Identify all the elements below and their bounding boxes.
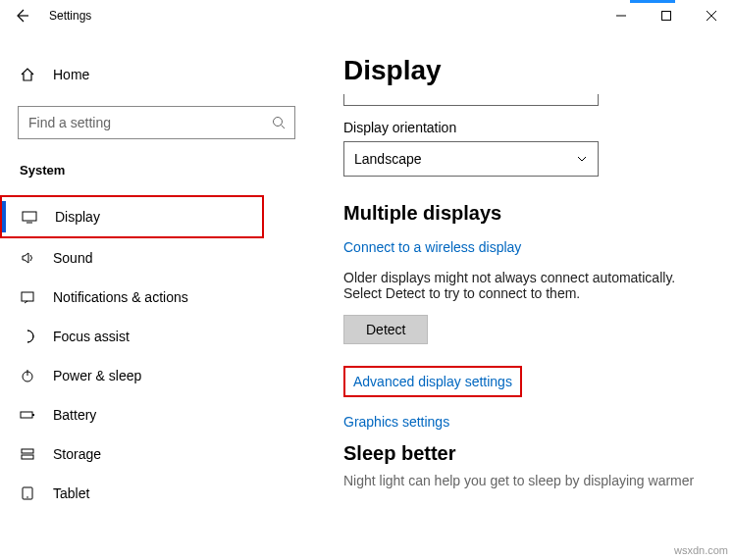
focus-icon [20, 329, 35, 344]
main-pane: Display Display orientation Landscape Mu… [314, 31, 734, 560]
sidebar-item-sound[interactable]: Sound [0, 238, 313, 278]
notifications-icon [20, 289, 35, 305]
advanced-display-link[interactable]: Advanced display settings [353, 374, 512, 389]
svg-point-17 [26, 496, 28, 498]
watermark: wsxdn.com [674, 544, 728, 556]
back-button[interactable] [14, 8, 29, 24]
sidebar-item-notifications[interactable]: Notifications & actions [0, 278, 313, 317]
display-icon [22, 209, 37, 225]
preview-box-bottom [343, 94, 599, 106]
connect-wireless-link[interactable]: Connect to a wireless display [343, 239, 521, 255]
tablet-icon [20, 485, 35, 501]
svg-rect-1 [662, 12, 671, 21]
search-icon [272, 116, 286, 129]
orientation-label: Display orientation [343, 120, 714, 135]
orientation-value: Landscape [354, 151, 422, 167]
orientation-select[interactable]: Landscape [343, 141, 599, 177]
sidebar-item-label: Power & sleep [53, 368, 141, 383]
sidebar-item-label: Sound [53, 250, 92, 266]
sleep-better-header: Sleep better [343, 442, 714, 465]
close-button[interactable] [689, 0, 734, 31]
home-nav[interactable]: Home [0, 61, 313, 88]
sound-icon [20, 250, 35, 266]
sidebar-item-display[interactable]: Display [0, 195, 264, 238]
detect-button[interactable]: Detect [343, 315, 428, 344]
search-input[interactable] [18, 106, 295, 139]
sidebar-item-label: Notifications & actions [53, 289, 188, 305]
window-title: Settings [49, 9, 91, 23]
storage-icon [20, 446, 35, 462]
svg-rect-6 [23, 212, 36, 221]
multiple-displays-header: Multiple displays [343, 202, 714, 225]
svg-point-4 [274, 118, 283, 127]
sidebar-item-power[interactable]: Power & sleep [0, 356, 313, 395]
svg-rect-12 [21, 412, 32, 418]
graphics-settings-link[interactable]: Graphics settings [343, 414, 449, 430]
category-header: System [0, 163, 313, 178]
detect-hint: Older displays might not always connect … [343, 270, 697, 301]
svg-rect-14 [22, 449, 33, 453]
sidebar-item-tablet[interactable]: Tablet [0, 474, 313, 513]
page-title: Display [343, 55, 714, 86]
battery-icon [20, 407, 35, 423]
svg-rect-15 [22, 455, 33, 459]
home-icon [20, 67, 35, 82]
advanced-highlight: Advanced display settings [343, 366, 522, 397]
home-label: Home [53, 67, 89, 82]
sleep-better-text: Night light can help you get to sleep by… [343, 473, 714, 488]
sidebar-item-label: Display [55, 209, 100, 225]
svg-line-5 [282, 126, 286, 129]
svg-rect-13 [32, 414, 34, 416]
accent-indicator [630, 0, 675, 3]
power-icon [20, 368, 35, 383]
sidebar-item-label: Focus assist [53, 329, 130, 344]
sidebar-item-label: Battery [53, 407, 96, 423]
chevron-down-icon [576, 153, 588, 165]
sidebar-item-label: Tablet [53, 485, 89, 501]
sidebar-item-focus[interactable]: Focus assist [0, 317, 313, 356]
sidebar-item-battery[interactable]: Battery [0, 395, 313, 434]
sidebar-item-label: Storage [53, 446, 101, 462]
sidebar-item-storage[interactable]: Storage [0, 434, 313, 474]
maximize-button[interactable] [644, 0, 689, 31]
svg-rect-8 [22, 292, 33, 301]
titlebar: Settings [0, 0, 734, 31]
sidebar: Home System Display Sound Notifications … [0, 31, 314, 560]
minimize-button[interactable] [599, 0, 644, 31]
